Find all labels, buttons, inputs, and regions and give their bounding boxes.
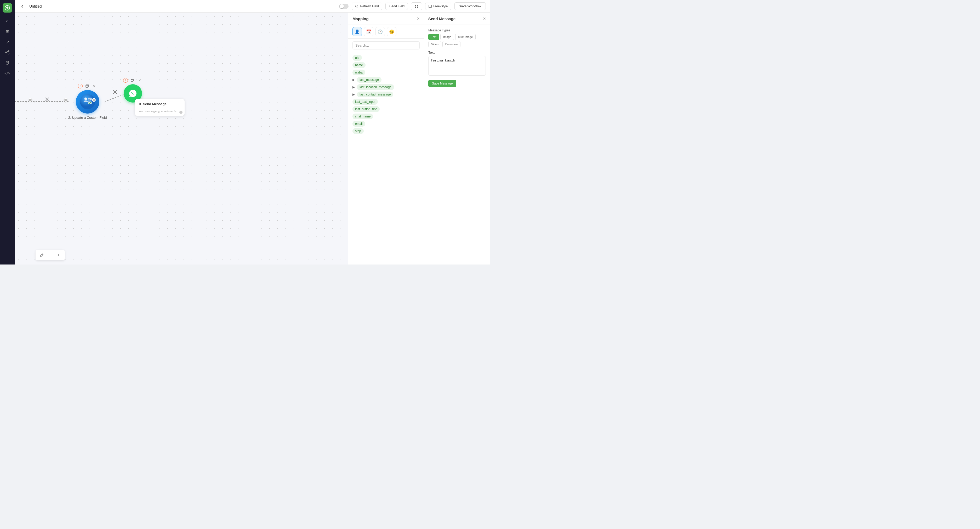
cross-icon-1[interactable]: [45, 97, 49, 103]
sidebar: ⌂ ⊞ ↗ </>: [0, 0, 14, 264]
field-tag-last-button-title[interactable]: last_button_title: [352, 106, 380, 112]
mapping-tabs: 👤 📅 🕐 😊: [348, 25, 424, 39]
sidebar-item-code[interactable]: </>: [3, 69, 11, 77]
svg-rect-19: [88, 97, 92, 100]
text-section-label: Text: [428, 51, 486, 54]
message-text-input[interactable]: Terima kasih: [428, 56, 486, 76]
sidebar-item-share[interactable]: [3, 48, 11, 56]
mapping-search-input[interactable]: [352, 41, 420, 49]
topbar: Untitled Refresh Field + Add Field Free-…: [14, 0, 490, 13]
freestyle-label: Free-Style: [433, 5, 448, 8]
mapping-tab-person[interactable]: 👤: [352, 27, 362, 37]
field-tag-last-location-message[interactable]: last_location_message: [357, 84, 394, 90]
send-message-panel-header: Send Message ×: [424, 13, 490, 25]
text-section: Text Terima kasih: [428, 51, 486, 76]
sidebar-item-dashboard[interactable]: ⊞: [3, 27, 11, 35]
field-tag-chat-name[interactable]: chat_name: [352, 113, 373, 119]
field-row-stop: stop: [352, 128, 420, 134]
whatsapp-node-controls: ! ✕: [123, 77, 143, 83]
send-message-card-body: --no message type selected--: [139, 110, 180, 113]
save-workflow-label: Save Workflow: [459, 4, 481, 8]
zoom-out-button[interactable]: −: [46, 252, 54, 259]
field-tag-last-text-input[interactable]: last_text_input: [352, 99, 378, 105]
refresh-field-button[interactable]: Refresh Field: [352, 3, 382, 10]
msg-type-document-button[interactable]: Documen: [442, 41, 460, 47]
svg-rect-7: [415, 5, 416, 6]
crm-node-label: 2. Update a Custom Field: [68, 116, 107, 120]
svg-line-5: [6, 53, 8, 53]
mapping-tab-emoji[interactable]: 😊: [387, 27, 396, 37]
svg-point-3: [8, 53, 9, 54]
last-contact-arrow[interactable]: ▶: [352, 92, 355, 96]
sidebar-item-database[interactable]: [3, 59, 11, 67]
crm-warning-button[interactable]: !: [78, 84, 83, 88]
message-types-buttons: Text Image Multi image Video Documen: [428, 34, 486, 47]
crm-out-dot: [92, 98, 96, 102]
field-row-waba: waba: [352, 70, 420, 75]
field-tag-uid[interactable]: uid: [352, 55, 362, 61]
middle-connector-dot: [64, 98, 67, 102]
send-message-panel-title: Send Message: [428, 16, 455, 21]
msg-type-multi-image-button[interactable]: Multi image: [455, 34, 476, 40]
add-field-button[interactable]: + Add Field: [385, 3, 408, 10]
send-message-card[interactable]: 3. Send Message --no message type select…: [135, 99, 185, 116]
field-tag-name[interactable]: name: [352, 62, 366, 68]
mapping-close-button[interactable]: ×: [417, 16, 420, 21]
crm-copy-button[interactable]: [84, 83, 90, 89]
msg-type-video-button[interactable]: Video: [428, 41, 441, 47]
left-connector-dot: [29, 98, 32, 102]
send-message-card-dot: [179, 111, 183, 114]
field-tag-last-contact-message[interactable]: last_contact_message: [357, 92, 393, 97]
mapping-panel-header: Mapping ×: [348, 13, 424, 25]
field-tag-email[interactable]: email: [352, 121, 365, 127]
cross-icon-2[interactable]: [113, 90, 118, 96]
toggle-knob: [340, 4, 344, 8]
save-message-button[interactable]: Save Message: [428, 80, 456, 87]
refresh-field-label: Refresh Field: [360, 5, 379, 8]
zoom-in-button[interactable]: +: [55, 252, 62, 259]
message-types-label: Message Types: [428, 29, 486, 32]
mapping-fields-list: uid name waba ▶ last_message ▶ last_loca…: [348, 52, 424, 264]
svg-rect-25: [131, 80, 133, 81]
mapping-search-container: [348, 39, 424, 52]
send-message-panel: Send Message × Message Types Text Image …: [424, 13, 490, 264]
crm-close-button[interactable]: ✕: [92, 83, 97, 89]
svg-rect-9: [415, 6, 416, 8]
freestyle-button[interactable]: Free-Style: [425, 3, 451, 10]
mapping-tab-calendar[interactable]: 📅: [364, 27, 373, 37]
field-tag-waba[interactable]: waba: [352, 70, 365, 75]
pencil-tool-button[interactable]: [38, 252, 46, 259]
whatsapp-close-button[interactable]: ✕: [137, 77, 143, 83]
save-workflow-button[interactable]: Save Workflow: [455, 2, 486, 10]
field-row-last-contact-message: ▶ last_contact_message: [352, 92, 420, 97]
toggle-switch[interactable]: [339, 4, 348, 9]
back-button[interactable]: [19, 3, 26, 10]
grid-icon-button[interactable]: [411, 2, 422, 10]
mapping-panel-title: Mapping: [352, 16, 369, 21]
msg-type-image-button[interactable]: Image: [440, 34, 454, 40]
app-logo[interactable]: [3, 3, 12, 13]
crm-icon: [76, 90, 99, 113]
whatsapp-warning-button[interactable]: !: [123, 78, 128, 83]
mapping-tab-clock[interactable]: 🕐: [375, 27, 385, 37]
whatsapp-copy-button[interactable]: [129, 77, 135, 83]
field-row-last-location-message: ▶ last_location_message: [352, 84, 420, 90]
field-tag-stop[interactable]: stop: [352, 128, 364, 134]
svg-point-1: [8, 51, 9, 51]
svg-point-6: [6, 61, 9, 62]
last-location-arrow[interactable]: ▶: [352, 85, 355, 89]
last-message-arrow[interactable]: ▶: [352, 78, 355, 81]
mapping-panel: Mapping × 👤 📅 🕐 😊 uid name waba ▶ last_m…: [348, 13, 424, 264]
svg-line-4: [6, 51, 8, 52]
add-field-label: + Add Field: [389, 5, 404, 8]
send-message-close-button[interactable]: ×: [483, 16, 486, 21]
field-row-last-button-title: last_button_title: [352, 106, 420, 112]
field-tag-last-message[interactable]: last_message: [357, 77, 382, 83]
crm-node[interactable]: ! ✕: [68, 83, 107, 120]
msg-type-text-button[interactable]: Text: [428, 34, 439, 40]
svg-rect-8: [417, 5, 418, 6]
sidebar-item-chart[interactable]: ↗: [3, 38, 11, 46]
sidebar-item-home[interactable]: ⌂: [3, 17, 11, 25]
field-row-email: email: [352, 121, 420, 127]
field-row-last-text-input: last_text_input: [352, 99, 420, 105]
